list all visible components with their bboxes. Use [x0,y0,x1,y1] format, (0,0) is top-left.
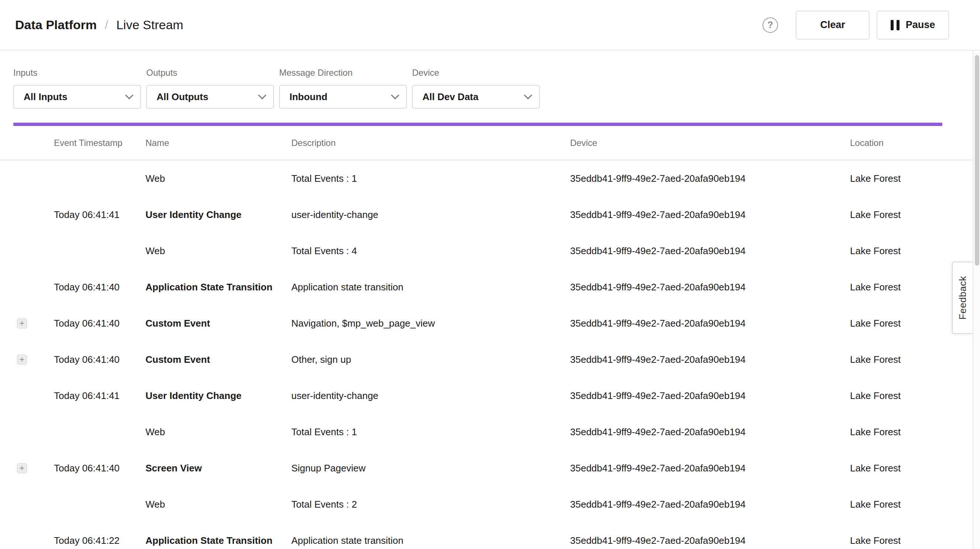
event-name: Screen View [145,463,291,474]
header-actions: ? Clear Pause [762,11,949,40]
inputs-filter-label: Inputs [13,68,141,78]
expand-cell [13,318,54,329]
feedback-tab[interactable]: Feedback [952,262,973,334]
event-device: 35eddb41-9ff9-49e2-7aed-20afa90eb194 [570,535,850,546]
pause-button[interactable]: Pause [877,11,949,40]
table-row[interactable]: Today 06:41:40 Application State Transit… [0,269,980,305]
event-name: Custom Event [145,354,291,365]
event-table: Event Timestamp Name Description Device … [0,126,980,549]
outputs-filter-select[interactable]: All Outputs [146,85,274,109]
vertical-scrollbar[interactable] [973,51,980,549]
event-location: Lake Forest [850,499,958,510]
event-description: Total Events : 1 [291,426,570,438]
event-timestamp: Today 06:41:22 [54,535,145,546]
event-location: Lake Forest [850,426,958,438]
event-name: Web [145,426,291,438]
event-description: Signup Pageview [291,463,570,474]
event-device: 35eddb41-9ff9-49e2-7aed-20afa90eb194 [570,209,850,220]
event-name: Web [145,245,291,257]
clear-button[interactable]: Clear [796,11,870,40]
event-location: Lake Forest [850,390,958,402]
event-description: Application state transition [291,281,570,293]
event-name: User Identity Change [145,209,291,220]
chevron-down-icon [258,91,267,99]
table-row[interactable]: Today 06:41:40 Screen View Signup Pagevi… [0,450,980,486]
event-name: Application State Transition [145,281,291,293]
event-device: 35eddb41-9ff9-49e2-7aed-20afa90eb194 [570,318,850,329]
device-filter-select[interactable]: All Dev Data [412,85,540,109]
event-timestamp: Today 06:41:41 [54,390,145,402]
scrollbar-thumb[interactable] [975,55,979,266]
outputs-filter-label: Outputs [146,68,274,78]
pause-icon [891,20,899,30]
event-name: Web [145,499,291,510]
table-row[interactable]: Today 06:41:22 Application State Transit… [0,522,980,549]
breadcrumb-separator: / [105,18,108,32]
message-direction-filter-value: Inbound [290,91,328,103]
name-column-header: Name [145,138,291,148]
event-location: Lake Forest [850,463,958,474]
event-name: Custom Event [145,318,291,329]
location-column-header: Location [850,138,958,148]
table-row[interactable]: Web Total Events : 2 35eddb41-9ff9-49e2-… [0,486,980,522]
outputs-filter-group: Outputs All Outputs [146,68,274,109]
expand-icon[interactable] [17,463,27,473]
expand-icon[interactable] [17,355,27,365]
event-table-body: Web Total Events : 1 35eddb41-9ff9-49e2-… [0,160,980,549]
expand-icon[interactable] [17,318,27,329]
event-location: Lake Forest [850,535,958,546]
table-row[interactable]: Web Total Events : 1 35eddb41-9ff9-49e2-… [0,414,980,450]
message-direction-filter-group: Message Direction Inbound [279,68,407,109]
outputs-filter-value: All Outputs [157,91,208,103]
event-name: User Identity Change [145,390,291,402]
device-filter-label: Device [412,68,540,78]
event-timestamp: Today 06:41:40 [54,281,145,293]
inputs-filter-value: All Inputs [24,91,67,103]
event-description: Total Events : 4 [291,245,570,257]
device-filter-value: All Dev Data [422,91,479,103]
table-header-row: Event Timestamp Name Description Device … [0,126,980,160]
event-device: 35eddb41-9ff9-49e2-7aed-20afa90eb194 [570,499,850,510]
event-location: Lake Forest [850,318,958,329]
event-location: Lake Forest [850,354,958,365]
event-timestamp: Today 06:41:40 [54,318,145,329]
table-row[interactable]: Today 06:41:40 Custom Event Other, sign … [0,342,980,378]
event-device: 35eddb41-9ff9-49e2-7aed-20afa90eb194 [570,463,850,474]
event-description: Total Events : 2 [291,499,570,510]
expand-cell [13,355,54,365]
inputs-filter-select[interactable]: All Inputs [13,85,141,109]
event-device: 35eddb41-9ff9-49e2-7aed-20afa90eb194 [570,390,850,402]
filter-bar: Inputs All Inputs Outputs All Outputs Me… [0,51,980,109]
event-description: Application state transition [291,535,570,546]
event-description: user-identity-change [291,390,570,402]
message-direction-filter-select[interactable]: Inbound [279,85,407,109]
event-name: Web [145,173,291,184]
event-location: Lake Forest [850,245,958,257]
table-row[interactable]: Web Total Events : 1 35eddb41-9ff9-49e2-… [0,160,980,196]
page-header: Data Platform / Live Stream ? Clear Paus… [0,0,980,51]
event-timestamp: Today 06:41:41 [54,209,145,220]
event-location: Lake Forest [850,173,958,184]
expand-cell [13,463,54,473]
inputs-filter-group: Inputs All Inputs [13,68,141,109]
event-location: Lake Forest [850,209,958,220]
stream-indicator-bar [13,123,942,126]
table-row[interactable]: Today 06:41:41 User Identity Change user… [0,196,980,233]
description-column-header: Description [291,138,570,148]
breadcrumb-section[interactable]: Data Platform [15,18,97,32]
event-device: 35eddb41-9ff9-49e2-7aed-20afa90eb194 [570,281,850,293]
message-direction-filter-label: Message Direction [279,68,407,78]
event-description: Navigation, $mp_web_page_view [291,318,570,329]
event-description: Total Events : 1 [291,173,570,184]
table-row[interactable]: Today 06:41:40 Custom Event Navigation, … [0,305,980,342]
pause-button-label: Pause [906,19,935,31]
chevron-down-icon [391,91,399,99]
help-icon[interactable]: ? [762,18,778,33]
timestamp-column-header: Event Timestamp [54,138,145,148]
table-row[interactable]: Today 06:41:41 User Identity Change user… [0,378,980,414]
event-device: 35eddb41-9ff9-49e2-7aed-20afa90eb194 [570,426,850,438]
event-device: 35eddb41-9ff9-49e2-7aed-20afa90eb194 [570,173,850,184]
table-row[interactable]: Web Total Events : 4 35eddb41-9ff9-49e2-… [0,233,980,269]
event-timestamp: Today 06:41:40 [54,463,145,474]
device-filter-group: Device All Dev Data [412,68,540,109]
